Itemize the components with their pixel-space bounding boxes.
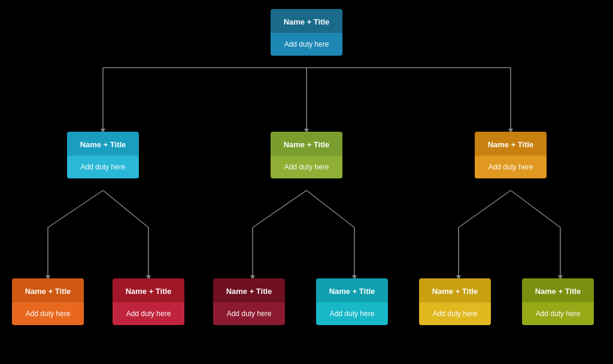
node-l2-1[interactable]: Name + Title Add duty here: [12, 278, 84, 325]
node-l1-left-duty: Add duty here: [67, 156, 139, 178]
node-l2-2[interactable]: Name + Title Add duty here: [113, 278, 184, 325]
node-l1-right[interactable]: Name + Title Add duty here: [475, 132, 547, 178]
node-l2-6-duty: Add duty here: [522, 302, 594, 325]
node-l2-5[interactable]: Name + Title Add duty here: [419, 278, 491, 325]
node-root-name: Name + Title: [271, 9, 342, 33]
node-l2-1-duty: Add duty here: [12, 302, 84, 325]
node-l2-1-name: Name + Title: [12, 278, 84, 302]
node-l2-4-name: Name + Title: [316, 278, 388, 302]
svg-line-23: [511, 190, 560, 228]
svg-line-11: [103, 190, 148, 228]
node-l2-2-duty: Add duty here: [113, 302, 184, 325]
node-l2-5-name: Name + Title: [419, 278, 491, 302]
node-l2-3-duty: Add duty here: [213, 302, 285, 325]
node-l1-left-name: Name + Title: [67, 132, 139, 156]
node-l2-4[interactable]: Name + Title Add duty here: [316, 278, 388, 325]
node-l1-center-duty: Add duty here: [271, 156, 342, 178]
node-l1-center-name: Name + Title: [271, 132, 342, 156]
svg-line-17: [306, 190, 354, 228]
node-l2-3-name: Name + Title: [213, 278, 285, 302]
node-l2-2-name: Name + Title: [113, 278, 184, 302]
node-root-duty: Add duty here: [271, 33, 342, 56]
node-l2-6-name: Name + Title: [522, 278, 594, 302]
node-l2-5-duty: Add duty here: [419, 302, 491, 325]
node-root[interactable]: Name + Title Add duty here: [271, 9, 342, 56]
node-l2-3[interactable]: Name + Title Add duty here: [213, 278, 285, 325]
node-l2-4-duty: Add duty here: [316, 302, 388, 325]
org-chart: Name + Title Add duty here Name + Title …: [0, 0, 613, 364]
svg-line-20: [459, 190, 511, 228]
svg-line-14: [253, 190, 306, 228]
node-l1-left[interactable]: Name + Title Add duty here: [67, 132, 139, 178]
node-l1-center[interactable]: Name + Title Add duty here: [271, 132, 342, 178]
node-l1-right-duty: Add duty here: [475, 156, 547, 178]
node-l1-right-name: Name + Title: [475, 132, 547, 156]
node-l2-6[interactable]: Name + Title Add duty here: [522, 278, 594, 325]
svg-line-8: [48, 190, 103, 228]
